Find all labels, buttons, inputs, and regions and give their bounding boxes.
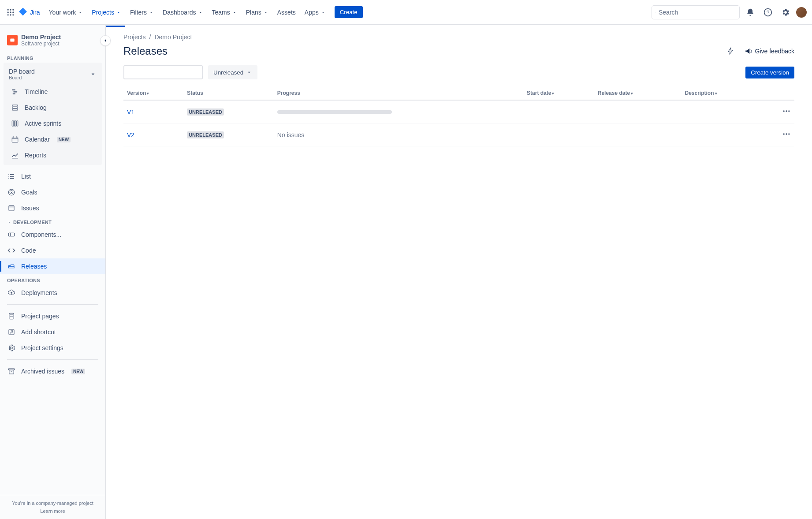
svg-rect-11 (10, 39, 14, 42)
status-filter[interactable]: Unreleased (208, 65, 257, 79)
jira-logo[interactable]: Jira (18, 7, 40, 18)
col-progress[interactable]: Progress (274, 86, 523, 100)
svg-point-51 (783, 133, 785, 134)
svg-line-43 (10, 331, 13, 333)
version-link[interactable]: V2 (127, 131, 134, 138)
components-icon (7, 230, 16, 239)
chevron-down-icon (89, 71, 97, 78)
sidebar-item-list[interactable]: List (0, 168, 105, 184)
backlog-icon (11, 103, 19, 112)
svg-rect-14 (13, 93, 15, 94)
chevron-down-icon (246, 69, 252, 75)
automation-icon[interactable] (723, 44, 738, 58)
megaphone-icon (745, 47, 752, 55)
svg-rect-17 (12, 109, 18, 110)
development-section-label[interactable]: DEVELOPMENT (0, 216, 105, 227)
col-start-date[interactable]: Start date▾ (523, 86, 594, 100)
project-subtitle: Software project (21, 41, 61, 47)
gear-icon (7, 344, 16, 352)
topnav-items: Your work Projects Filters Dashboards Te… (45, 5, 652, 19)
col-version[interactable]: Version▾ (123, 86, 183, 100)
give-feedback-button[interactable]: Give feedback (745, 47, 795, 55)
sidebar-item-issues[interactable]: Issues (0, 200, 105, 216)
svg-point-33 (11, 192, 12, 193)
timeline-icon (11, 87, 19, 96)
sidebar-item-project-settings[interactable]: Project settings (0, 340, 105, 356)
notifications-icon[interactable] (743, 5, 757, 19)
releases-table: Version▾ Status Progress Start date▾ Rel… (123, 86, 794, 146)
status-badge: UNRELEASED (187, 131, 224, 138)
breadcrumb-projects[interactable]: Projects (123, 34, 146, 41)
nav-filters[interactable]: Filters (127, 5, 157, 19)
no-issues-text: No issues (277, 131, 304, 138)
project-header[interactable]: Demo Project Software project (0, 25, 105, 52)
svg-rect-35 (9, 205, 14, 208)
svg-point-29 (8, 176, 9, 177)
breadcrumb: Projects / Demo Project (123, 34, 794, 41)
svg-rect-19 (15, 121, 16, 126)
version-link[interactable]: V1 (127, 108, 134, 116)
svg-rect-46 (9, 370, 14, 374)
new-badge: NEW (71, 369, 85, 374)
settings-icon[interactable] (778, 5, 793, 19)
app-switcher-icon[interactable] (5, 7, 16, 18)
svg-point-44 (11, 347, 13, 349)
sidebar-item-goals[interactable]: Goals (0, 184, 105, 200)
sidebar-collapse-button[interactable] (100, 35, 111, 46)
releases-icon (7, 262, 16, 271)
nav-apps[interactable]: Apps (301, 5, 329, 19)
sidebar-item-calendar[interactable]: CalendarNEW (4, 131, 102, 147)
page-title: Releases (123, 45, 168, 57)
col-status[interactable]: Status (183, 86, 274, 100)
content-area: Projects / Demo Project Releases Give fe… (106, 25, 812, 519)
nav-assets[interactable]: Assets (274, 5, 299, 19)
create-version-button[interactable]: Create version (745, 67, 794, 78)
board-selector[interactable]: DP board Board (4, 64, 102, 84)
col-description[interactable]: Description▾ (682, 86, 762, 100)
nav-teams[interactable]: Teams (209, 5, 241, 19)
sidebar-item-deployments[interactable]: Deployments (0, 285, 105, 301)
breadcrumb-current[interactable]: Demo Project (154, 34, 192, 41)
chevron-down-icon (7, 220, 11, 224)
sidebar-item-reports[interactable]: Reports (4, 147, 102, 163)
sidebar-footer-text: You're in a company-managed project (5, 500, 100, 506)
version-search-input[interactable] (128, 69, 202, 76)
svg-point-8 (12, 14, 14, 15)
global-search-input[interactable] (659, 9, 736, 16)
sidebar-item-backlog[interactable]: Backlog (4, 100, 102, 116)
sidebar-item-archived[interactable]: Archived issuesNEW (0, 363, 105, 379)
svg-rect-21 (12, 137, 18, 142)
nav-dashboards[interactable]: Dashboards (159, 5, 207, 19)
row-actions-menu[interactable] (782, 133, 791, 140)
nav-projects[interactable]: Projects (88, 5, 125, 19)
planning-section-label: PLANNING (0, 52, 105, 63)
planning-group: DP board Board Timeline Backlog Active s… (4, 63, 102, 165)
svg-rect-15 (12, 105, 18, 106)
table-row: V1 UNRELEASED (123, 100, 794, 123)
archive-icon (7, 367, 16, 376)
svg-rect-13 (13, 91, 17, 92)
sidebar-item-components[interactable]: Components... (0, 227, 105, 243)
nav-your-work[interactable]: Your work (45, 5, 87, 19)
version-search[interactable] (123, 65, 203, 79)
sidebar-item-code[interactable]: Code (0, 243, 105, 258)
sidebar-item-project-pages[interactable]: Project pages (0, 308, 105, 324)
topnav-right: ? (652, 5, 807, 19)
help-icon[interactable]: ? (761, 5, 775, 19)
goals-icon (7, 188, 16, 197)
board-icon (11, 119, 19, 128)
sidebar-item-timeline[interactable]: Timeline (4, 84, 102, 100)
sidebar-item-add-shortcut[interactable]: Add shortcut (0, 324, 105, 340)
table-row: V2 UNRELEASED No issues (123, 123, 794, 146)
sidebar-footer-link[interactable]: Learn more (5, 508, 100, 514)
col-release-date[interactable]: Release date▾ (594, 86, 682, 100)
global-search[interactable] (652, 5, 740, 19)
user-avatar[interactable] (796, 7, 807, 18)
create-button[interactable]: Create (335, 6, 363, 18)
nav-plans[interactable]: Plans (242, 5, 272, 19)
sidebar-item-releases[interactable]: Releases (0, 258, 105, 274)
top-nav: Jira Your work Projects Filters Dashboar… (0, 0, 812, 25)
svg-rect-12 (12, 90, 15, 90)
row-actions-menu[interactable] (782, 110, 791, 117)
sidebar-item-active-sprints[interactable]: Active sprints (4, 116, 102, 131)
